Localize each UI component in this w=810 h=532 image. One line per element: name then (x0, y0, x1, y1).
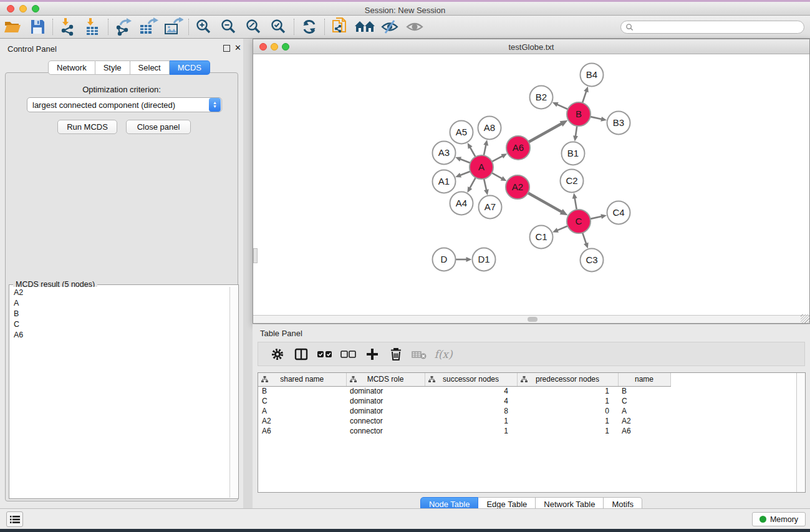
table-cell[interactable]: C (258, 396, 346, 406)
scrollbar-thumb[interactable] (528, 317, 538, 322)
zoom-out-icon[interactable] (216, 17, 241, 37)
edge-A-A6[interactable] (491, 155, 504, 162)
hide-graphics-eye-icon[interactable] (377, 17, 402, 37)
run-mcds-button[interactable]: Run MCDS (57, 120, 117, 134)
export-image-icon[interactable] (161, 17, 186, 37)
network-window-titlebar[interactable]: testGlobe.txt (253, 39, 809, 54)
edge-B-B2[interactable] (556, 104, 569, 110)
mcds-result-item[interactable]: A (10, 297, 229, 308)
edge-B-B4[interactable] (582, 90, 586, 104)
show-graphics-eye-icon[interactable] (402, 17, 427, 37)
table-cell[interactable]: 4 (425, 396, 517, 406)
edge-A-A7[interactable] (484, 178, 487, 191)
zoom-selected-icon[interactable] (266, 17, 291, 37)
tab-style[interactable]: Style (95, 60, 130, 75)
close-panel-icon[interactable]: ✕ (234, 43, 241, 52)
table-row[interactable]: A2connector11A2 (258, 416, 670, 426)
tab-network[interactable]: Network (48, 60, 95, 75)
table-cell[interactable]: B (258, 386, 346, 396)
edge-A-A2[interactable] (491, 172, 503, 179)
table-row[interactable]: Bdominator41B (258, 386, 670, 396)
export-table-icon[interactable] (136, 17, 161, 37)
column-header-name[interactable]: name (618, 373, 670, 386)
zoom-in-icon[interactable] (191, 17, 216, 37)
table-cell[interactable]: dominator (346, 406, 425, 416)
table-cell[interactable]: 1 (517, 426, 618, 436)
close-panel-button[interactable]: Close panel (126, 120, 191, 134)
window-resize-grip[interactable] (801, 314, 809, 323)
table-cell[interactable]: 1 (425, 416, 517, 426)
export-network-icon[interactable] (111, 17, 136, 37)
network-vertical-scrollbar[interactable] (253, 248, 258, 263)
optimization-criterion-dropdown[interactable]: largest connected component (directed) ▲… (27, 97, 222, 112)
table-cell[interactable]: dominator (346, 396, 425, 406)
table-cell[interactable]: connector (346, 416, 425, 426)
edge-C-C4[interactable] (589, 216, 603, 220)
network-horizontal-scrollbar[interactable] (253, 315, 809, 323)
open-session-icon[interactable] (0, 17, 25, 37)
edge-C-C3[interactable] (582, 231, 586, 244)
settings-gear-icon[interactable] (266, 345, 289, 364)
table-cell[interactable]: 1 (425, 426, 517, 436)
deselect-all-columns-icon[interactable] (337, 345, 360, 364)
table-cell[interactable]: A2 (618, 416, 670, 426)
table-cell[interactable]: A2 (258, 416, 346, 426)
table-cell[interactable]: C (618, 396, 670, 406)
mcds-result-scrollbar[interactable] (229, 287, 238, 498)
split-view-icon[interactable] (289, 345, 313, 364)
edge-A-A8[interactable] (483, 143, 486, 157)
column-header-successor-nodes[interactable]: successor nodes (425, 373, 517, 386)
table-cell[interactable]: 0 (517, 406, 618, 416)
table-cell[interactable]: A6 (618, 426, 670, 436)
table-cell[interactable]: A (258, 406, 346, 416)
import-network-icon[interactable] (55, 17, 80, 37)
table-cell[interactable]: 8 (425, 406, 517, 416)
table-cell[interactable]: 4 (425, 386, 517, 396)
edge-B-B3[interactable] (589, 117, 603, 120)
refresh-icon[interactable] (297, 17, 322, 37)
search-field[interactable] (620, 21, 804, 34)
mcds-result-list[interactable]: A2ABCA6 (10, 287, 229, 498)
delete-table-icon[interactable] (408, 345, 432, 364)
table-row[interactable]: Adominator80A (258, 406, 670, 416)
table-cell[interactable]: 1 (517, 416, 618, 426)
float-panel-icon[interactable] (223, 45, 230, 52)
column-header-MCDS-role[interactable]: MCDS role (346, 373, 425, 386)
tab-mcds[interactable]: MCDS (170, 60, 210, 75)
table-cell[interactable]: 1 (517, 386, 618, 396)
import-table-icon[interactable] (80, 17, 105, 37)
edge-A-A3[interactable] (459, 158, 471, 163)
tab-select[interactable]: Select (130, 60, 170, 75)
table-cell[interactable]: dominator (346, 386, 425, 396)
home-icon[interactable] (352, 17, 377, 37)
edge-A2-C[interactable] (527, 192, 563, 213)
table-cell[interactable]: A (618, 406, 670, 416)
node-table[interactable]: shared nameMCDS rolesuccessor nodesprede… (258, 373, 671, 436)
search-input[interactable] (634, 22, 804, 32)
add-column-icon[interactable] (360, 345, 384, 364)
mcds-result-item[interactable]: A2 (10, 287, 229, 297)
select-all-columns-icon[interactable] (313, 345, 337, 364)
table-row[interactable]: Cdominator41C (258, 396, 670, 406)
zoom-fit-icon[interactable] (241, 17, 266, 37)
edge-A6-B[interactable] (528, 123, 563, 143)
edge-A-A1[interactable] (459, 171, 471, 176)
save-session-icon[interactable] (25, 17, 50, 37)
task-history-button[interactable] (6, 511, 23, 527)
table-vertical-scrollbar[interactable] (796, 373, 805, 492)
column-header-shared-name[interactable]: shared name (258, 373, 346, 386)
table-cell[interactable]: 1 (517, 396, 618, 406)
function-builder-icon[interactable]: f(x) (432, 345, 455, 364)
column-header-predecessor-nodes[interactable]: predecessor nodes (517, 373, 618, 386)
delete-column-trash-icon[interactable] (384, 345, 408, 364)
memory-button[interactable]: Memory (752, 512, 806, 526)
mcds-result-item[interactable]: A6 (10, 329, 229, 340)
network-graph[interactable]: B4B2BB3A5A8A6A3B1AA1C2A2A4A7C4CC1C3DD1 (253, 54, 809, 315)
edge-C-C2[interactable] (574, 196, 577, 211)
table-cell[interactable]: connector (346, 426, 425, 436)
edge-B-B1[interactable] (576, 125, 577, 138)
edge-A-A4[interactable] (469, 177, 476, 190)
table-cell[interactable]: B (618, 386, 670, 396)
mcds-result-item[interactable]: B (10, 308, 229, 319)
table-row[interactable]: A6connector11A6 (258, 426, 670, 436)
